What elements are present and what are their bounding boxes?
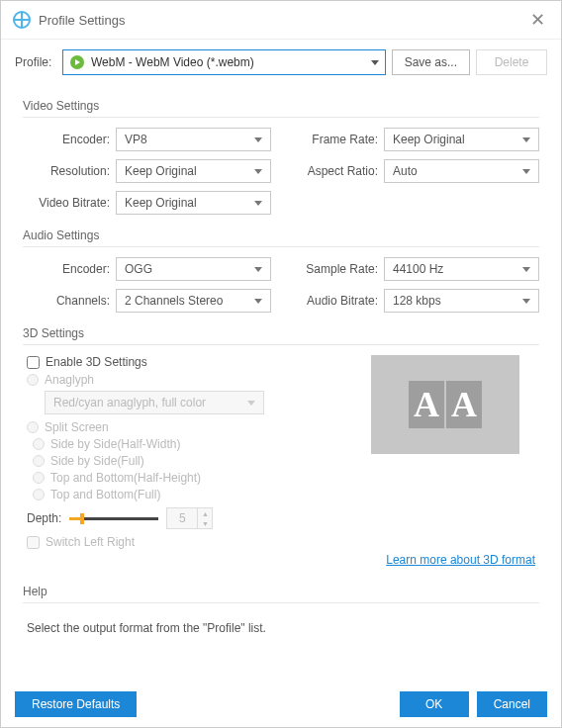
restore-defaults-button[interactable]: Restore Defaults xyxy=(15,691,137,717)
learn-more-link[interactable]: Learn more about 3D format xyxy=(386,553,535,567)
chevron-down-icon xyxy=(522,137,530,142)
split-option: Top and Bottom(Half-Height) xyxy=(33,471,547,485)
samplerate-label: Sample Rate: xyxy=(291,262,378,276)
window-header: Profile Settings ✕ xyxy=(1,1,561,40)
audio-bitrate-label: Audio Bitrate: xyxy=(291,294,378,308)
enable-3d-input[interactable] xyxy=(27,356,40,369)
framerate-select[interactable]: Keep Original xyxy=(384,128,539,151)
radio-icon xyxy=(33,455,45,467)
audio-settings-section: Audio Settings Encoder: OGG Sample Rate:… xyxy=(15,225,547,313)
aspect-ratio-label: Aspect Ratio: xyxy=(291,164,378,178)
resolution-label: Resolution: xyxy=(23,164,110,178)
save-as-button[interactable]: Save as... xyxy=(392,49,470,75)
audio-bitrate-select[interactable]: 128 kbps xyxy=(384,289,539,313)
channels-label: Channels: xyxy=(23,294,110,308)
app-icon xyxy=(13,11,31,29)
spin-up-icon: ▲ xyxy=(198,508,212,518)
chevron-down-icon xyxy=(254,137,262,142)
ok-button[interactable]: OK xyxy=(400,691,469,717)
help-section: Help Select the output format from the "… xyxy=(15,581,547,643)
profile-row: Profile: WebM - WebM Video (*.webm) Save… xyxy=(1,40,561,85)
audio-encoder-select[interactable]: OGG xyxy=(116,257,271,281)
radio-icon xyxy=(33,472,45,484)
anaglyph-select: Red/cyan anaglyph, full color xyxy=(45,391,264,414)
video-encoder-label: Encoder: xyxy=(23,133,110,146)
profile-select[interactable]: WebM - WebM Video (*.webm) xyxy=(62,49,386,75)
chevron-down-icon xyxy=(522,267,530,272)
audio-encoder-label: Encoder: xyxy=(23,262,110,276)
split-option: Side by Side(Full) xyxy=(33,454,547,468)
chevron-down-icon xyxy=(254,201,262,206)
chevron-down-icon xyxy=(522,169,530,174)
preview-a-right: A xyxy=(446,381,482,428)
profile-value: WebM - WebM Video (*.webm) xyxy=(91,55,371,69)
depth-row: Depth: 5 ▲▼ xyxy=(27,507,535,529)
window-title: Profile Settings xyxy=(39,13,526,28)
help-title: Help xyxy=(23,581,539,603)
profile-label: Profile: xyxy=(15,55,56,69)
samplerate-select[interactable]: 44100 Hz xyxy=(384,257,539,281)
audio-settings-title: Audio Settings xyxy=(23,225,539,247)
help-text: Select the output format from the "Profi… xyxy=(15,613,547,643)
chevron-down-icon xyxy=(247,401,255,406)
depth-slider xyxy=(69,511,158,525)
video-bitrate-select[interactable]: Keep Original xyxy=(116,191,271,215)
switch-lr-checkbox: Switch Left Right xyxy=(27,535,535,549)
close-icon[interactable]: ✕ xyxy=(526,9,549,31)
delete-button: Delete xyxy=(476,49,547,75)
split-option: Top and Bottom(Full) xyxy=(33,488,547,501)
preview-a-left: A xyxy=(409,381,444,428)
radio-icon xyxy=(33,438,45,450)
webm-icon xyxy=(69,54,85,70)
radio-icon xyxy=(27,421,39,433)
chevron-down-icon xyxy=(254,169,262,174)
radio-icon xyxy=(27,374,39,386)
depth-label: Depth: xyxy=(27,511,61,525)
threed-settings-section: 3D Settings Enable 3D Settings Anaglyph … xyxy=(15,322,547,571)
threed-preview: AA xyxy=(371,355,519,454)
threed-settings-title: 3D Settings xyxy=(23,322,539,345)
cancel-button[interactable]: Cancel xyxy=(477,691,547,717)
video-settings-section: Video Settings Encoder: VP8 Frame Rate: … xyxy=(15,95,547,215)
video-encoder-select[interactable]: VP8 xyxy=(116,128,271,151)
video-bitrate-label: Video Bitrate: xyxy=(23,196,110,210)
spin-down-icon: ▼ xyxy=(198,518,212,528)
aspect-ratio-select[interactable]: Auto xyxy=(384,159,539,183)
chevron-down-icon xyxy=(254,267,262,272)
chevron-down-icon xyxy=(254,299,262,304)
body: Video Settings Encoder: VP8 Frame Rate: … xyxy=(1,85,561,682)
switch-lr-input xyxy=(27,536,40,549)
resolution-select[interactable]: Keep Original xyxy=(116,159,271,183)
chevron-down-icon xyxy=(371,60,379,65)
channels-select[interactable]: 2 Channels Stereo xyxy=(116,289,271,313)
depth-spinner: 5 ▲▼ xyxy=(166,507,213,529)
profile-settings-window: Profile Settings ✕ Profile: WebM - WebM … xyxy=(0,0,562,728)
framerate-label: Frame Rate: xyxy=(291,133,378,146)
video-settings-title: Video Settings xyxy=(23,95,539,118)
footer: Restore Defaults OK Cancel xyxy=(1,682,561,727)
radio-icon xyxy=(33,489,45,500)
chevron-down-icon xyxy=(522,299,530,304)
